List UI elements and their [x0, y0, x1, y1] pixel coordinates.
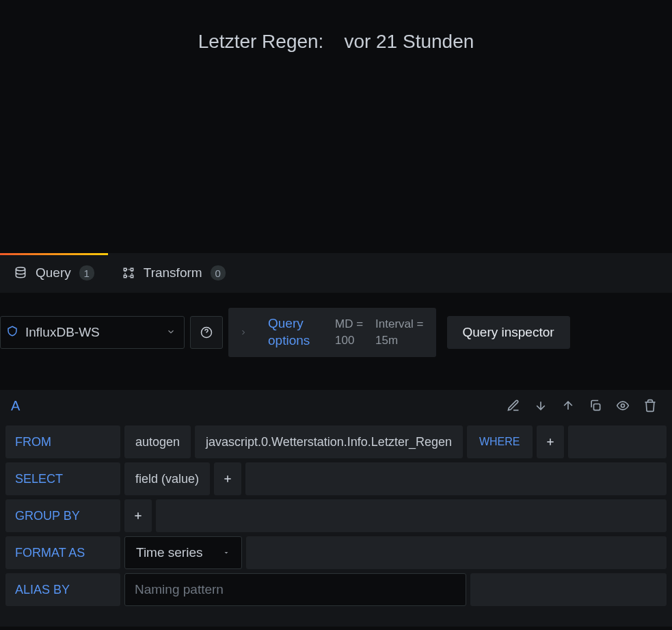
select-add-button[interactable] [214, 462, 241, 495]
panel-value-display: Letzter Regen: vor 21 Stunden [198, 31, 474, 53]
from-policy[interactable]: autogen [124, 425, 191, 458]
database-icon [14, 266, 27, 280]
formatas-select[interactable]: Time series [124, 536, 242, 569]
chevron-right-icon [231, 328, 256, 337]
panel-value: vor 21 Stunden [344, 31, 474, 53]
panel-title: Letzter Regen: [198, 31, 324, 53]
select-spacer [245, 462, 667, 495]
select-field[interactable]: field (value) [124, 462, 210, 495]
interval-label: Interval = [375, 316, 423, 332]
query-actions [507, 399, 661, 412]
tab-query-badge: 1 [79, 265, 94, 280]
svg-rect-5 [594, 404, 600, 410]
interval-value: 15m [375, 332, 423, 349]
plus-icon [545, 436, 556, 447]
where-add-button[interactable] [537, 425, 564, 458]
md-value: 100 [335, 332, 363, 349]
formatas-label: FORMAT AS [5, 536, 120, 569]
question-icon [200, 326, 213, 339]
copy-icon[interactable] [589, 399, 602, 412]
tabs-bar: Query 1 Transform 0 [0, 253, 672, 293]
arrow-down-icon[interactable] [534, 399, 548, 412]
options-row: InfluxDB-WS Query options MD = 100 Inter… [0, 293, 672, 357]
query-options-panel[interactable]: Query options MD = 100 Interval = 15m [228, 308, 436, 357]
plus-icon [222, 473, 233, 484]
datasource-select[interactable]: InfluxDB-WS [0, 316, 185, 349]
query-inspector-label: Query inspector [463, 325, 554, 340]
aliasby-label: ALIAS BY [5, 573, 120, 606]
from-spacer [568, 425, 667, 458]
groupby-spacer [156, 499, 667, 532]
query-options-interval: Interval = 15m [375, 316, 423, 349]
formatas-row: FORMAT AS Time series [5, 536, 667, 569]
chevron-down-icon [166, 325, 176, 340]
datasource-name: InfluxDB-WS [25, 325, 100, 340]
from-measurement[interactable]: javascript.0.Wetterstation.Info.Letzter_… [195, 425, 463, 458]
tab-transform-label: Transform [144, 265, 202, 280]
from-label: FROM [5, 425, 120, 458]
chevron-down-icon [222, 545, 230, 560]
query-header: A [5, 390, 667, 421]
aliasby-input[interactable] [124, 573, 466, 606]
tab-transform-badge: 0 [211, 265, 226, 280]
groupby-row: GROUP BY [5, 499, 667, 532]
query-editor-block: A FROM autogen javascript.0.Wetterstatio… [0, 390, 672, 627]
tab-query-label: Query [36, 265, 71, 280]
query-letter: A [11, 398, 20, 414]
select-label: SELECT [5, 462, 120, 495]
select-row: SELECT field (value) [5, 462, 667, 495]
formatas-spacer [246, 536, 667, 569]
groupby-add-button[interactable] [124, 499, 152, 532]
aliasby-row: ALIAS BY [5, 573, 667, 606]
aliasby-spacer [470, 573, 667, 606]
where-label[interactable]: WHERE [467, 425, 533, 458]
tab-transform[interactable]: Transform 0 [108, 253, 239, 293]
from-row: FROM autogen javascript.0.Wetterstation.… [5, 425, 667, 458]
plus-icon [133, 510, 144, 521]
query-options-label: Query options [268, 315, 323, 349]
arrow-up-icon[interactable] [561, 399, 575, 412]
svg-point-6 [621, 404, 625, 408]
edit-icon[interactable] [507, 399, 520, 412]
formatas-value: Time series [136, 545, 202, 560]
groupby-label: GROUP BY [5, 499, 120, 532]
datasource-icon [6, 325, 18, 341]
panel-visualization: Letzter Regen: vor 21 Stunden [0, 0, 672, 253]
eye-icon[interactable] [616, 399, 630, 412]
query-inspector-button[interactable]: Query inspector [447, 316, 570, 349]
svg-point-0 [16, 267, 25, 271]
tab-query[interactable]: Query 1 [0, 253, 108, 293]
transform-icon [122, 266, 135, 280]
datasource-help-button[interactable] [190, 316, 223, 349]
query-options-md: MD = 100 [335, 316, 363, 349]
trash-icon[interactable] [643, 399, 657, 412]
md-label: MD = [335, 316, 363, 332]
